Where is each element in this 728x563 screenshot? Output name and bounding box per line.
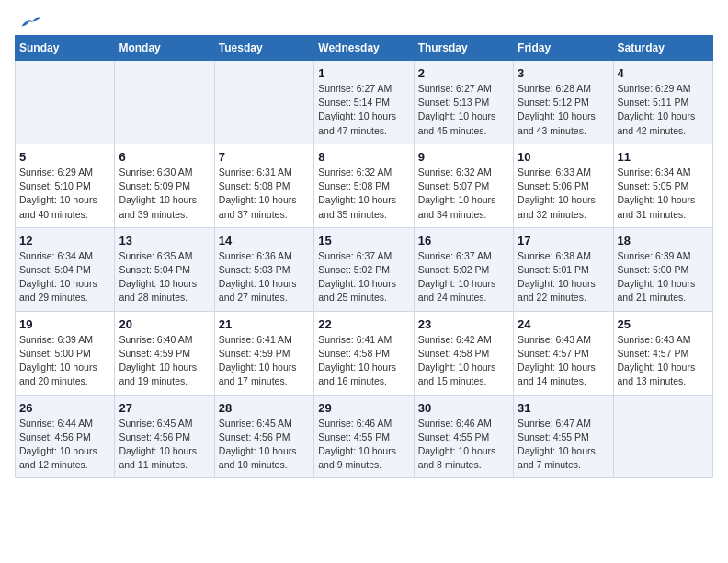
day-number: 7 <box>219 150 310 164</box>
day-detail: Sunrise: 6:32 AM Sunset: 5:08 PM Dayligh… <box>318 166 409 222</box>
day-number: 11 <box>618 150 709 164</box>
logo-bird-icon <box>18 15 40 31</box>
day-detail: Sunrise: 6:34 AM Sunset: 5:05 PM Dayligh… <box>618 166 709 222</box>
calendar-cell: 29Sunrise: 6:46 AM Sunset: 4:55 PM Dayli… <box>314 395 414 478</box>
calendar-cell <box>16 61 115 144</box>
calendar-cell: 9Sunrise: 6:32 AM Sunset: 5:07 PM Daylig… <box>414 144 513 227</box>
calendar-body: 1Sunrise: 6:27 AM Sunset: 5:14 PM Daylig… <box>16 61 713 478</box>
header-tuesday: Tuesday <box>214 36 313 61</box>
day-detail: Sunrise: 6:46 AM Sunset: 4:55 PM Dayligh… <box>318 417 409 473</box>
day-detail: Sunrise: 6:29 AM Sunset: 5:10 PM Dayligh… <box>19 166 110 222</box>
calendar-cell: 31Sunrise: 6:47 AM Sunset: 4:55 PM Dayli… <box>514 395 613 478</box>
day-detail: Sunrise: 6:43 AM Sunset: 4:57 PM Dayligh… <box>618 333 709 389</box>
day-detail: Sunrise: 6:39 AM Sunset: 5:00 PM Dayligh… <box>618 249 709 305</box>
day-detail: Sunrise: 6:28 AM Sunset: 5:12 PM Dayligh… <box>518 82 609 138</box>
day-detail: Sunrise: 6:27 AM Sunset: 5:14 PM Dayligh… <box>318 82 409 138</box>
header-saturday: Saturday <box>613 36 712 61</box>
calendar-cell: 30Sunrise: 6:46 AM Sunset: 4:55 PM Dayli… <box>414 395 513 478</box>
calendar-cell: 23Sunrise: 6:42 AM Sunset: 4:58 PM Dayli… <box>414 311 513 395</box>
day-number: 28 <box>219 401 310 415</box>
day-number: 18 <box>618 234 709 247</box>
day-number: 24 <box>518 317 609 331</box>
calendar-cell: 19Sunrise: 6:39 AM Sunset: 5:00 PM Dayli… <box>16 311 115 395</box>
calendar-cell: 2Sunrise: 6:27 AM Sunset: 5:13 PM Daylig… <box>414 61 513 144</box>
day-number: 5 <box>19 150 110 164</box>
day-detail: Sunrise: 6:45 AM Sunset: 4:56 PM Dayligh… <box>219 417 310 473</box>
day-number: 23 <box>418 317 509 331</box>
calendar-cell: 1Sunrise: 6:27 AM Sunset: 5:14 PM Daylig… <box>314 61 414 144</box>
header-sunday: Sunday <box>16 36 115 61</box>
day-number: 31 <box>518 401 609 415</box>
day-number: 13 <box>119 234 210 247</box>
calendar-cell: 18Sunrise: 6:39 AM Sunset: 5:00 PM Dayli… <box>613 227 712 311</box>
day-detail: Sunrise: 6:45 AM Sunset: 4:56 PM Dayligh… <box>119 417 210 473</box>
calendar-cell <box>613 395 712 478</box>
calendar-cell: 20Sunrise: 6:40 AM Sunset: 4:59 PM Dayli… <box>115 311 214 395</box>
header-wednesday: Wednesday <box>314 36 414 61</box>
day-number: 6 <box>119 150 210 164</box>
calendar-cell: 15Sunrise: 6:37 AM Sunset: 5:02 PM Dayli… <box>314 227 414 311</box>
day-number: 22 <box>318 317 409 331</box>
calendar-cell: 27Sunrise: 6:45 AM Sunset: 4:56 PM Dayli… <box>115 395 214 478</box>
day-detail: Sunrise: 6:44 AM Sunset: 4:56 PM Dayligh… <box>19 417 110 473</box>
week-row-4: 19Sunrise: 6:39 AM Sunset: 5:00 PM Dayli… <box>16 311 713 395</box>
day-number: 14 <box>219 234 310 247</box>
week-row-3: 12Sunrise: 6:34 AM Sunset: 5:04 PM Dayli… <box>16 227 713 311</box>
logo <box>15 15 40 28</box>
day-detail: Sunrise: 6:47 AM Sunset: 4:55 PM Dayligh… <box>518 417 609 473</box>
calendar-cell: 12Sunrise: 6:34 AM Sunset: 5:04 PM Dayli… <box>16 227 115 311</box>
calendar-cell: 21Sunrise: 6:41 AM Sunset: 4:59 PM Dayli… <box>214 311 313 395</box>
day-number: 17 <box>518 234 609 247</box>
header-thursday: Thursday <box>414 36 513 61</box>
day-number: 27 <box>119 401 210 415</box>
day-number: 2 <box>418 66 509 80</box>
day-number: 12 <box>19 234 110 247</box>
day-detail: Sunrise: 6:37 AM Sunset: 5:02 PM Dayligh… <box>418 249 509 305</box>
calendar-cell: 7Sunrise: 6:31 AM Sunset: 5:08 PM Daylig… <box>214 144 313 227</box>
calendar-cell: 25Sunrise: 6:43 AM Sunset: 4:57 PM Dayli… <box>613 311 712 395</box>
day-detail: Sunrise: 6:29 AM Sunset: 5:11 PM Dayligh… <box>618 82 709 138</box>
calendar-table: SundayMondayTuesdayWednesdayThursdayFrid… <box>15 35 713 478</box>
calendar-cell <box>214 61 313 144</box>
day-number: 26 <box>19 401 110 415</box>
day-number: 16 <box>418 234 509 247</box>
day-detail: Sunrise: 6:41 AM Sunset: 4:59 PM Dayligh… <box>219 333 310 389</box>
day-number: 20 <box>119 317 210 331</box>
day-detail: Sunrise: 6:37 AM Sunset: 5:02 PM Dayligh… <box>318 249 409 305</box>
calendar-cell: 24Sunrise: 6:43 AM Sunset: 4:57 PM Dayli… <box>514 311 613 395</box>
day-detail: Sunrise: 6:39 AM Sunset: 5:00 PM Dayligh… <box>19 333 110 389</box>
calendar-cell: 4Sunrise: 6:29 AM Sunset: 5:11 PM Daylig… <box>613 61 712 144</box>
day-detail: Sunrise: 6:38 AM Sunset: 5:01 PM Dayligh… <box>518 249 609 305</box>
calendar-cell: 26Sunrise: 6:44 AM Sunset: 4:56 PM Dayli… <box>16 395 115 478</box>
calendar-cell: 28Sunrise: 6:45 AM Sunset: 4:56 PM Dayli… <box>214 395 313 478</box>
day-number: 8 <box>318 150 409 164</box>
day-detail: Sunrise: 6:27 AM Sunset: 5:13 PM Dayligh… <box>418 82 509 138</box>
calendar-cell: 3Sunrise: 6:28 AM Sunset: 5:12 PM Daylig… <box>514 61 613 144</box>
day-detail: Sunrise: 6:40 AM Sunset: 4:59 PM Dayligh… <box>119 333 210 389</box>
day-detail: Sunrise: 6:31 AM Sunset: 5:08 PM Dayligh… <box>219 166 310 222</box>
day-detail: Sunrise: 6:36 AM Sunset: 5:03 PM Dayligh… <box>219 249 310 305</box>
day-number: 30 <box>418 401 509 415</box>
calendar-header: SundayMondayTuesdayWednesdayThursdayFrid… <box>16 36 713 61</box>
header-monday: Monday <box>115 36 214 61</box>
day-detail: Sunrise: 6:34 AM Sunset: 5:04 PM Dayligh… <box>19 249 110 305</box>
day-number: 3 <box>518 66 609 80</box>
week-row-1: 1Sunrise: 6:27 AM Sunset: 5:14 PM Daylig… <box>16 61 713 144</box>
calendar-cell: 13Sunrise: 6:35 AM Sunset: 5:04 PM Dayli… <box>115 227 214 311</box>
calendar-cell <box>115 61 214 144</box>
day-detail: Sunrise: 6:33 AM Sunset: 5:06 PM Dayligh… <box>518 166 609 222</box>
calendar-cell: 5Sunrise: 6:29 AM Sunset: 5:10 PM Daylig… <box>16 144 115 227</box>
day-detail: Sunrise: 6:46 AM Sunset: 4:55 PM Dayligh… <box>418 417 509 473</box>
day-number: 29 <box>318 401 409 415</box>
day-number: 19 <box>19 317 110 331</box>
calendar-cell: 14Sunrise: 6:36 AM Sunset: 5:03 PM Dayli… <box>214 227 313 311</box>
day-detail: Sunrise: 6:32 AM Sunset: 5:07 PM Dayligh… <box>418 166 509 222</box>
day-number: 25 <box>618 317 709 331</box>
calendar-cell: 16Sunrise: 6:37 AM Sunset: 5:02 PM Dayli… <box>414 227 513 311</box>
day-detail: Sunrise: 6:35 AM Sunset: 5:04 PM Dayligh… <box>119 249 210 305</box>
header-friday: Friday <box>514 36 613 61</box>
day-number: 15 <box>318 234 409 247</box>
calendar-cell: 22Sunrise: 6:41 AM Sunset: 4:58 PM Dayli… <box>314 311 414 395</box>
calendar-cell: 8Sunrise: 6:32 AM Sunset: 5:08 PM Daylig… <box>314 144 414 227</box>
day-number: 4 <box>618 66 709 80</box>
